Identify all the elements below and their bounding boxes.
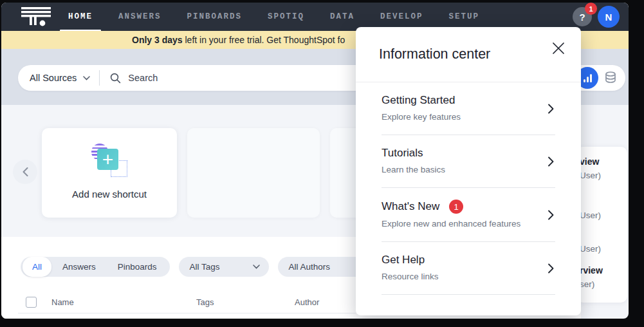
nav-item-data[interactable]: DATA	[330, 3, 354, 31]
navbar-right: ? 1 N	[573, 6, 620, 28]
carousel-prev-button[interactable]	[13, 160, 37, 184]
activity-item-subtitle: User)	[580, 171, 601, 180]
select-all-checkbox[interactable]	[26, 297, 37, 308]
user-avatar[interactable]: N	[598, 6, 620, 28]
filter-row: All Answers Pinboards All Tags All Autho…	[21, 257, 374, 277]
bar-chart-icon	[584, 79, 585, 82]
add-shortcut-card[interactable]: + Add new shortcut	[42, 128, 177, 218]
activity-panel: view User) User) User) rview ser)	[576, 147, 627, 303]
chevron-right-icon	[547, 263, 554, 274]
chevron-down-icon	[253, 265, 260, 269]
filter-pinboards[interactable]: Pinboards	[107, 257, 168, 277]
column-header-author[interactable]: Author	[295, 297, 319, 307]
nav-item-answers[interactable]: ANSWERS	[118, 3, 161, 31]
question-mark-icon: ?	[579, 12, 585, 23]
modal-header: Information center	[356, 27, 581, 82]
chevron-down-icon	[83, 76, 90, 80]
add-shortcut-label: Add new shortcut	[72, 189, 147, 200]
item-title: Getting Started	[382, 94, 455, 107]
thoughtspot-logo-icon[interactable]	[21, 6, 51, 28]
item-subtitle: Resource links	[382, 272, 555, 281]
column-header-name[interactable]: Name	[51, 297, 74, 307]
filter-all[interactable]: All	[23, 257, 51, 277]
item-subtitle: Learn the basics	[382, 165, 555, 174]
app-window: HOME ANSWERS PINBOARDS SPOTIQ DATA DEVEL…	[1, 3, 629, 319]
source-selector-dropdown[interactable]: All Sources	[18, 73, 99, 83]
nav-item-pinboards[interactable]: PINBOARDS	[187, 3, 243, 31]
menu-item-get-help[interactable]: Get Help Resource links	[382, 242, 555, 295]
menu-item-getting-started[interactable]: Getting Started Explore key features	[382, 82, 555, 135]
trial-days-left: Only 3 days	[132, 35, 183, 45]
item-title: What's New	[382, 200, 439, 213]
add-shortcut-icon: +	[90, 144, 129, 181]
item-subtitle: Explore key features	[382, 112, 555, 122]
item-title: Tutorials	[382, 147, 423, 160]
activity-item-subtitle: User)	[580, 244, 601, 254]
tags-filter-label: All Tags	[190, 262, 220, 272]
column-header-tags[interactable]: Tags	[196, 297, 214, 307]
plus-icon: +	[97, 149, 118, 170]
information-center-modal: Information center Getting Started Explo…	[356, 27, 581, 315]
chevron-right-icon	[547, 104, 554, 114]
nav-item-home[interactable]: HOME	[68, 3, 93, 31]
chevron-right-icon	[547, 210, 554, 220]
search-icon	[110, 73, 121, 84]
nav-item-spotiq[interactable]: SPOTIQ	[268, 3, 304, 31]
database-icon	[603, 70, 618, 86]
item-subtitle: Explore new and enhanced features	[382, 219, 555, 229]
trial-message: left in your free trial. Get ThoughtSpot…	[183, 35, 345, 45]
whats-new-badge: 1	[449, 200, 463, 214]
shortcut-placeholder-card	[187, 128, 320, 218]
menu-item-tutorials[interactable]: Tutorials Learn the basics	[382, 135, 555, 188]
search-placeholder: Search	[128, 73, 158, 83]
trial-banner-text: Only 3 days left in your free trial. Get…	[132, 35, 345, 45]
data-view-button[interactable]	[603, 70, 618, 88]
modal-item-list: Getting Started Explore key features Tut…	[382, 82, 555, 295]
activity-item-title[interactable]: rview	[580, 265, 603, 276]
chevron-right-icon	[547, 156, 554, 167]
help-button[interactable]: ? 1	[573, 7, 592, 26]
item-title: Get Help	[382, 254, 425, 266]
table-header-divider	[18, 313, 356, 313]
notification-badge: 1	[585, 3, 597, 15]
activity-item-title[interactable]: view	[580, 156, 599, 167]
authors-filter-label: All Authors	[289, 262, 331, 272]
type-filter-segmented-control: All Answers Pinboards	[21, 257, 170, 277]
close-icon[interactable]	[551, 41, 566, 55]
modal-title: Information center	[379, 46, 490, 62]
activity-item-subtitle: User)	[580, 210, 601, 220]
filter-answers[interactable]: Answers	[51, 257, 107, 277]
source-selector-label: All Sources	[30, 73, 77, 83]
menu-item-whats-new[interactable]: What's New 1 Explore new and enhanced fe…	[382, 188, 555, 242]
activity-item-subtitle: ser)	[580, 279, 594, 289]
chevron-left-icon	[23, 167, 28, 176]
tags-filter-dropdown[interactable]: All Tags	[179, 257, 269, 277]
